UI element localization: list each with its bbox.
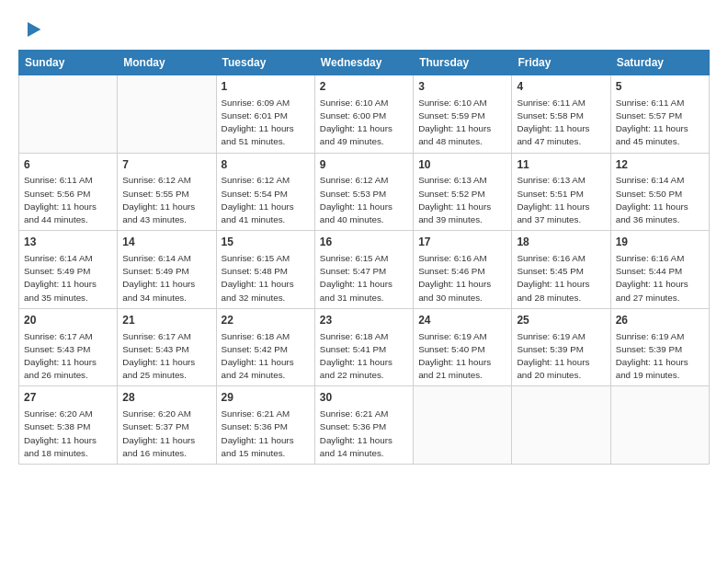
day-info: Sunrise: 6:20 AM Sunset: 5:38 PM Dayligh… — [24, 408, 112, 460]
day-info: Sunrise: 6:12 AM Sunset: 5:54 PM Dayligh… — [222, 174, 310, 226]
weekday-header: Monday — [118, 51, 216, 75]
day-number: 18 — [517, 235, 605, 250]
calendar-day-cell: 22Sunrise: 6:18 AM Sunset: 5:42 PM Dayli… — [216, 308, 314, 386]
calendar-day-cell: 29Sunrise: 6:21 AM Sunset: 5:36 PM Dayli… — [216, 386, 314, 465]
calendar-day-cell: 2Sunrise: 6:10 AM Sunset: 6:00 PM Daylig… — [314, 75, 413, 154]
calendar-week-row: 6Sunrise: 6:11 AM Sunset: 5:56 PM Daylig… — [19, 153, 710, 231]
calendar-day-cell: 6Sunrise: 6:11 AM Sunset: 5:56 PM Daylig… — [19, 153, 118, 231]
day-number: 17 — [418, 235, 506, 250]
calendar-day-cell: 8Sunrise: 6:12 AM Sunset: 5:54 PM Daylig… — [216, 153, 314, 231]
weekday-header: Tuesday — [216, 51, 314, 75]
day-number: 4 — [517, 79, 605, 95]
calendar-day-cell: 28Sunrise: 6:20 AM Sunset: 5:37 PM Dayli… — [118, 386, 216, 465]
day-number: 1 — [222, 79, 310, 95]
calendar-day-cell: 9Sunrise: 6:12 AM Sunset: 5:53 PM Daylig… — [314, 153, 413, 231]
day-info: Sunrise: 6:21 AM Sunset: 5:36 PM Dayligh… — [222, 408, 310, 460]
calendar-day-cell — [512, 386, 610, 465]
calendar-day-cell: 12Sunrise: 6:14 AM Sunset: 5:50 PM Dayli… — [610, 153, 709, 231]
calendar-day-cell: 20Sunrise: 6:17 AM Sunset: 5:43 PM Dayli… — [19, 308, 118, 386]
day-number: 19 — [616, 235, 704, 250]
logo-icon — [20, 18, 42, 40]
day-number: 15 — [222, 235, 310, 250]
day-number: 20 — [24, 313, 112, 328]
calendar-day-cell: 14Sunrise: 6:14 AM Sunset: 5:49 PM Dayli… — [118, 231, 216, 309]
day-info: Sunrise: 6:09 AM Sunset: 6:01 PM Dayligh… — [222, 97, 310, 149]
day-info: Sunrise: 6:18 AM Sunset: 5:42 PM Dayligh… — [222, 330, 310, 383]
day-number: 10 — [418, 157, 506, 173]
day-info: Sunrise: 6:19 AM Sunset: 5:40 PM Dayligh… — [418, 330, 506, 383]
day-info: Sunrise: 6:19 AM Sunset: 5:39 PM Dayligh… — [517, 330, 605, 383]
day-number: 11 — [517, 157, 605, 173]
calendar-day-cell: 21Sunrise: 6:17 AM Sunset: 5:43 PM Dayli… — [118, 308, 216, 386]
weekday-header: Wednesday — [314, 51, 413, 75]
day-number: 5 — [616, 79, 704, 95]
day-info: Sunrise: 6:13 AM Sunset: 5:52 PM Dayligh… — [418, 174, 506, 226]
day-info: Sunrise: 6:11 AM Sunset: 5:56 PM Dayligh… — [24, 174, 112, 226]
day-info: Sunrise: 6:11 AM Sunset: 5:58 PM Dayligh… — [517, 97, 605, 149]
day-info: Sunrise: 6:14 AM Sunset: 5:50 PM Dayligh… — [616, 174, 704, 226]
weekday-header: Thursday — [414, 51, 512, 75]
day-number: 7 — [122, 157, 210, 173]
calendar-day-cell: 3Sunrise: 6:10 AM Sunset: 5:59 PM Daylig… — [414, 75, 512, 154]
day-info: Sunrise: 6:13 AM Sunset: 5:51 PM Dayligh… — [517, 174, 605, 226]
calendar-day-cell: 16Sunrise: 6:15 AM Sunset: 5:47 PM Dayli… — [314, 231, 413, 309]
calendar-day-cell: 15Sunrise: 6:15 AM Sunset: 5:48 PM Dayli… — [216, 231, 314, 309]
svg-marker-0 — [28, 22, 40, 37]
day-info: Sunrise: 6:21 AM Sunset: 5:36 PM Dayligh… — [320, 408, 408, 460]
calendar-day-cell — [414, 386, 512, 465]
weekday-header: Sunday — [19, 51, 118, 75]
day-info: Sunrise: 6:17 AM Sunset: 5:43 PM Dayligh… — [24, 330, 112, 383]
day-info: Sunrise: 6:14 AM Sunset: 5:49 PM Dayligh… — [24, 252, 112, 304]
calendar-week-row: 20Sunrise: 6:17 AM Sunset: 5:43 PM Dayli… — [19, 308, 710, 386]
day-info: Sunrise: 6:19 AM Sunset: 5:39 PM Dayligh… — [616, 330, 704, 383]
day-number: 14 — [122, 235, 210, 250]
day-info: Sunrise: 6:17 AM Sunset: 5:43 PM Dayligh… — [122, 330, 210, 383]
day-number: 25 — [517, 313, 605, 328]
day-number: 29 — [222, 390, 310, 406]
weekday-header: Saturday — [610, 51, 709, 75]
calendar-day-cell: 19Sunrise: 6:16 AM Sunset: 5:44 PM Dayli… — [610, 231, 709, 309]
calendar-week-row: 27Sunrise: 6:20 AM Sunset: 5:38 PM Dayli… — [19, 386, 710, 465]
calendar-day-cell: 30Sunrise: 6:21 AM Sunset: 5:36 PM Dayli… — [314, 386, 413, 465]
calendar-day-cell: 25Sunrise: 6:19 AM Sunset: 5:39 PM Dayli… — [512, 308, 610, 386]
day-info: Sunrise: 6:10 AM Sunset: 5:59 PM Dayligh… — [418, 97, 506, 149]
day-number: 13 — [24, 235, 112, 250]
calendar-day-cell: 23Sunrise: 6:18 AM Sunset: 5:41 PM Dayli… — [314, 308, 413, 386]
day-number: 26 — [616, 313, 704, 328]
day-number: 22 — [222, 313, 310, 328]
day-info: Sunrise: 6:18 AM Sunset: 5:41 PM Dayligh… — [320, 330, 408, 383]
day-info: Sunrise: 6:16 AM Sunset: 5:45 PM Dayligh… — [517, 252, 605, 304]
day-info: Sunrise: 6:12 AM Sunset: 5:53 PM Dayligh… — [320, 174, 408, 226]
calendar-day-cell: 11Sunrise: 6:13 AM Sunset: 5:51 PM Dayli… — [512, 153, 610, 231]
day-number: 28 — [122, 390, 210, 406]
day-number: 21 — [122, 313, 210, 328]
day-info: Sunrise: 6:20 AM Sunset: 5:37 PM Dayligh… — [122, 408, 210, 460]
day-info: Sunrise: 6:14 AM Sunset: 5:49 PM Dayligh… — [122, 252, 210, 304]
calendar-day-cell: 10Sunrise: 6:13 AM Sunset: 5:52 PM Dayli… — [414, 153, 512, 231]
calendar-day-cell: 18Sunrise: 6:16 AM Sunset: 5:45 PM Dayli… — [512, 231, 610, 309]
calendar-table: SundayMondayTuesdayWednesdayThursdayFrid… — [18, 50, 710, 465]
day-info: Sunrise: 6:16 AM Sunset: 5:46 PM Dayligh… — [418, 252, 506, 304]
calendar-day-cell: 27Sunrise: 6:20 AM Sunset: 5:38 PM Dayli… — [19, 386, 118, 465]
day-number: 30 — [320, 390, 408, 406]
calendar-day-cell — [19, 75, 118, 154]
day-number: 8 — [222, 157, 310, 173]
calendar-day-cell — [118, 75, 216, 154]
calendar-day-cell: 24Sunrise: 6:19 AM Sunset: 5:40 PM Dayli… — [414, 308, 512, 386]
day-number: 2 — [320, 79, 408, 95]
day-number: 24 — [418, 313, 506, 328]
calendar-day-cell: 26Sunrise: 6:19 AM Sunset: 5:39 PM Dayli… — [610, 308, 709, 386]
calendar-day-cell: 7Sunrise: 6:12 AM Sunset: 5:55 PM Daylig… — [118, 153, 216, 231]
day-number: 12 — [616, 157, 704, 173]
day-info: Sunrise: 6:11 AM Sunset: 5:57 PM Dayligh… — [616, 97, 704, 149]
calendar-week-row: 13Sunrise: 6:14 AM Sunset: 5:49 PM Dayli… — [19, 231, 710, 309]
page-header — [18, 18, 710, 40]
day-info: Sunrise: 6:15 AM Sunset: 5:47 PM Dayligh… — [320, 252, 408, 304]
day-number: 3 — [418, 79, 506, 95]
calendar-day-cell: 13Sunrise: 6:14 AM Sunset: 5:49 PM Dayli… — [19, 231, 118, 309]
calendar-day-cell: 4Sunrise: 6:11 AM Sunset: 5:58 PM Daylig… — [512, 75, 610, 154]
calendar-day-cell: 5Sunrise: 6:11 AM Sunset: 5:57 PM Daylig… — [610, 75, 709, 154]
calendar-week-row: 1Sunrise: 6:09 AM Sunset: 6:01 PM Daylig… — [19, 75, 710, 154]
day-number: 9 — [320, 157, 408, 173]
day-number: 16 — [320, 235, 408, 250]
